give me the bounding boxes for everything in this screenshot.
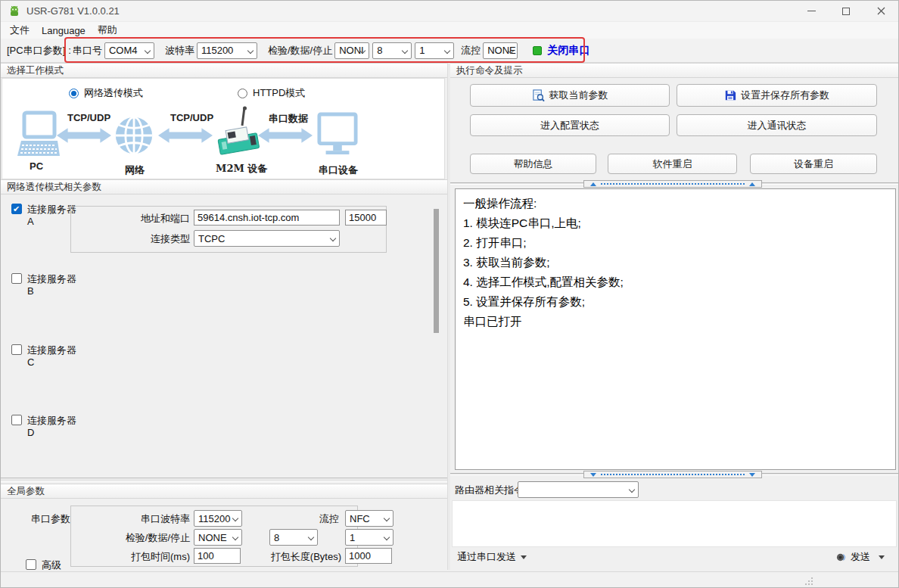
log-splitter-top[interactable] [450,179,899,188]
send-row: 通过串口发送 发送 [450,547,899,567]
diagram-link1-label: TCP/UDP [67,112,110,123]
work-mode-box: 网络透传模式 HTTPD模式 PC TCP/UDP [2,78,445,179]
double-arrow-icon [158,127,213,147]
chevron-down-icon [444,47,450,53]
server-c-checkbox[interactable]: 连接服务器C [11,344,76,369]
save-params-button[interactable]: 设置并保存所有参数 [677,84,877,107]
close-serial-button[interactable]: 关闭串口 [547,44,589,58]
mode-radio-row: 网络透传模式 HTTPD模式 [2,86,444,100]
server-port-input[interactable] [345,210,387,226]
log-line: 3. 获取当前参数; [463,253,888,272]
pack-length-input[interactable] [345,548,392,564]
group-label-colon: : [68,45,71,56]
global-flow-select[interactable]: NFC [345,510,394,527]
diagram-pc-label: PC [30,160,43,172]
com-port-select[interactable]: COM4 [104,42,154,59]
databits-select[interactable]: 8 [372,42,412,59]
double-arrow-icon [57,127,111,147]
collapse-down-icon [590,473,596,477]
resize-grip-icon[interactable] [804,577,813,586]
document-search-icon [532,89,545,102]
checkbox-icon [11,415,22,425]
software-restart-button[interactable]: 软件重启 [608,154,737,174]
global-flow-label: 流控 [296,512,339,526]
log-line: 一般操作流程: [463,194,888,213]
menu-help[interactable]: 帮助 [92,22,123,39]
pc-serial-group-label: [PC串口参数] [7,44,65,58]
laptop-icon [16,110,60,163]
radio-icon [238,89,247,98]
conn-type-label: 连接类型 [92,232,190,246]
globe-icon [114,114,154,160]
flow-control-label: 流控 [461,44,481,58]
chevron-down-icon [384,515,390,521]
help-info-button[interactable]: 帮助信息 [470,154,596,174]
right-panel: 执行命令及提示 获取当前参数 设置并保存所有参数 进入配置状态 [450,63,899,571]
maximize-button[interactable] [829,1,863,21]
splitter-handle[interactable] [583,180,762,188]
m2m-module-icon [217,106,260,162]
chevron-down-icon [384,534,390,540]
left-scrollbar-thumb[interactable] [434,209,439,333]
save-floppy-icon [724,89,736,101]
radio-icon [69,89,79,98]
log-line: 5. 设置并保存所有参数; [463,292,888,312]
pack-time-input[interactable] [194,548,241,564]
global-databits-select[interactable]: 8 [269,529,318,546]
get-params-button[interactable]: 获取当前参数 [470,84,670,107]
address-port-label: 地址和端口 [92,212,190,226]
close-button[interactable] [863,1,898,21]
parity-select[interactable]: NONI [334,42,369,59]
stopbits-select[interactable]: 1 [415,42,454,59]
server-d-checkbox[interactable]: 连接服务器D [11,415,76,439]
close-icon [877,7,885,15]
window-title: USR-G781 V1.0.0.21 [26,5,120,17]
server-address-input[interactable] [194,210,340,226]
conn-type-select[interactable]: TCPC [194,230,340,247]
parity-data-stop-label: 检验/数据/停止 [268,44,332,58]
chevron-down-icon [330,235,336,241]
router-command-select[interactable] [518,481,639,498]
app-window: USR-G781 V1.0.0.21 文件 Language 帮助 [PC串口参… [0,0,899,588]
server-a-checkbox[interactable]: 连接服务器A [11,204,76,228]
global-stopbits-select[interactable]: 1 [345,529,394,546]
baud-select[interactable]: 115200 [197,42,257,59]
global-baud-select[interactable]: 115200 [194,510,242,527]
device-restart-button[interactable]: 设备重启 [750,154,877,174]
minimize-button[interactable] [794,1,829,21]
radio-transparent-mode[interactable]: 网络透传模式 [69,86,143,100]
enter-config-button[interactable]: 进入配置状态 [470,114,670,136]
diagram-link2-label: TCP/UDP [170,112,213,123]
window-controls [794,1,898,21]
radio-httpd-mode[interactable]: HTTPD模式 [238,86,305,100]
chevron-down-icon [402,47,408,53]
caret-down-icon [521,555,527,559]
menu-file[interactable]: 文件 [4,22,36,39]
monitor-icon [317,110,358,162]
operation-log-textarea[interactable]: 一般操作流程: 1. 模块连PC串口,上电; 2. 打开串口; 3. 获取当前参… [455,188,896,470]
checkbox-icon [11,273,22,284]
advanced-checkbox[interactable]: 高级 [26,559,61,571]
minimize-icon [807,11,816,11]
router-command-row: 路由器相关指令 [450,481,899,499]
menu-language[interactable]: Language [36,23,92,38]
server-b-checkbox[interactable]: 连接服务器B [11,273,76,297]
splitter-handle[interactable] [583,471,762,478]
log-line: 串口已打开 [463,312,888,331]
left-splitter[interactable] [1,478,447,482]
chevron-down-icon [308,534,314,540]
log-splitter-bottom[interactable] [450,470,899,479]
log-line: 1. 模块连PC串口,上电; [463,213,888,233]
send-input-area[interactable] [452,500,897,547]
global-parity-select[interactable]: NONE [194,529,242,546]
serial-open-status-icon [533,46,542,55]
enter-comm-button[interactable]: 进入通讯状态 [677,114,877,136]
flow-select[interactable]: NONE [483,42,518,59]
menu-bar: 文件 Language 帮助 [1,22,898,39]
global-params-header: 全局参数 [1,484,447,499]
serial-toolbar: [PC串口参数] : 串口号 COM4 波特率 115200 检验/数据/停止 … [1,39,898,63]
double-arrow-icon [258,127,313,147]
send-button[interactable]: 发送 [835,550,885,564]
send-via-serial-dropdown[interactable]: 通过串口发送 [457,550,527,564]
serial-params-label: 串口参数 [31,512,73,526]
